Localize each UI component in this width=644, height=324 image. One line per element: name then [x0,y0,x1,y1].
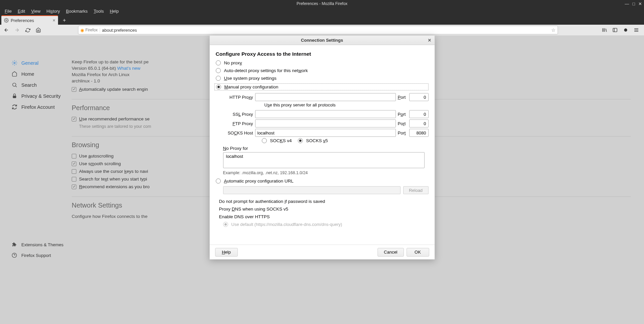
menu-edit[interactable]: Edit [15,8,28,14]
forward-button[interactable] [13,26,21,34]
port-label: Port [398,130,407,135]
radio-no-proxy[interactable]: No proxy [216,60,429,65]
tab-close-button[interactable]: × [53,18,55,23]
window-title: Preferences - Mozilla Firefox [296,1,348,6]
ftp-port-input[interactable] [409,119,429,127]
ssl-port-input[interactable] [409,110,429,118]
navigation-toolbar: ◉ Firefox about:preferences ☆ [0,25,644,35]
radio-doh-default: Use default (https://mozilla.cloudflare-… [223,222,429,227]
checkbox-proxy-dns[interactable]: Proxy DNS when using SOCKS v5 [216,207,429,212]
gear-icon [4,18,9,23]
radio-icon [216,84,221,89]
no-proxy-example: Example: .mozilla.org, .net.nz, 192.168.… [223,171,429,175]
radio-icon [223,222,228,227]
menu-help[interactable]: Help [107,8,121,14]
url-text: about:preferences [102,28,549,33]
checkbox-no-prompt-auth[interactable]: Do not prompt for authentication if pass… [216,199,429,204]
radio-icon [262,138,267,143]
radio-label: SOCKS v5 [306,138,328,143]
http-proxy-label: HTTP Proxy [223,95,253,100]
reload-button: Reload [403,186,429,194]
dialog-title: Connection Settings [301,38,343,43]
radio-use-system[interactable]: Use system proxy settings [216,76,429,81]
radio-icon [216,60,221,65]
url-bar[interactable]: ◉ Firefox about:preferences ☆ [78,26,558,34]
library-button[interactable] [600,26,609,34]
http-proxy-input[interactable] [255,93,396,101]
dialog-header: Connection Settings × [210,36,435,45]
tab-title: Preferences [11,18,34,23]
reload-button[interactable] [23,26,32,34]
ssl-proxy-input[interactable] [255,110,396,118]
radio-label: Manual proxy configuration [224,84,278,89]
radio-auto-detect[interactable]: Auto-detect proxy settings for this netw… [216,68,429,73]
checkbox-enable-doh[interactable]: Enable DNS over HTTPS [216,214,429,219]
sidebar-button[interactable] [611,26,619,34]
window-titlebar: Preferences - Mozilla Firefox — □ ✕ [0,0,644,7]
addon-button[interactable] [621,26,630,34]
checkbox-label: Use this proxy server for all protocols [264,102,336,107]
new-tab-button[interactable]: + [60,16,69,25]
socks-host-input[interactable] [255,129,396,137]
radio-icon [298,138,303,143]
menu-file[interactable]: File [2,8,14,14]
checkbox-label: Proxy DNS when using SOCKS v5 [219,207,288,212]
ok-button[interactable]: OK [407,248,429,257]
window-controls: — □ ✕ [625,1,642,6]
menu-history[interactable]: History [44,8,62,14]
http-port-input[interactable] [409,93,429,101]
dialog-heading: Configure Proxy Access to the Internet [216,51,429,57]
radio-icon [216,76,221,81]
dialog-close-button[interactable]: × [428,37,431,43]
menu-tools[interactable]: Tools [91,8,106,14]
back-button[interactable] [2,26,11,34]
ftp-proxy-label: FTP Proxy [223,121,253,126]
radio-icon [216,68,221,73]
cancel-button[interactable]: Cancel [378,248,404,257]
home-button[interactable] [34,26,43,34]
radio-label: Auto-detect proxy settings for this netw… [224,68,308,73]
identity-box[interactable]: ◉ Firefox [80,28,100,33]
radio-icon [216,179,221,184]
port-label: Port [398,95,407,100]
close-window-button[interactable]: ✕ [638,1,642,6]
radio-label: Use system proxy settings [224,76,277,81]
radio-pac-url[interactable]: Automatic proxy configuration URL [216,179,429,184]
menu-bar: File Edit View History Bookmarks Tools H… [0,7,644,15]
maximize-button[interactable]: □ [632,1,635,6]
bookmark-star-icon[interactable]: ☆ [551,27,556,33]
svg-rect-1 [613,28,617,32]
app-menu-button[interactable] [632,26,641,34]
radio-label: SOCKS v4 [270,138,292,143]
socks-port-input[interactable] [409,129,429,137]
proxy-config-grid: HTTP Proxy Port Use this proxy server fo… [223,93,429,143]
tab-preferences[interactable]: Preferences × [1,15,58,25]
checkbox-label: Enable DNS over HTTPS [219,214,270,219]
dialog-footer: Help Cancel OK [210,245,435,259]
ftp-proxy-input[interactable] [255,119,396,127]
radio-label: No proxy [224,60,242,65]
socks-host-label: SOCKS Host [223,130,253,135]
svg-point-0 [6,20,7,21]
help-button[interactable]: Help [215,248,238,257]
port-label: Port [398,112,407,117]
checkbox-label: Do not prompt for authentication if pass… [219,199,325,204]
radio-socks-v4[interactable]: SOCKS v4 [262,138,292,143]
menu-bookmarks[interactable]: Bookmarks [63,8,90,14]
radio-label: Use default (https://mozilla.cloudflare-… [231,222,342,227]
menu-view[interactable]: View [28,8,43,14]
pac-url-input [223,186,401,194]
minimize-button[interactable]: — [625,1,629,6]
port-label: Port [398,121,407,126]
radio-socks-v5[interactable]: SOCKS v5 [298,138,328,143]
svg-point-2 [624,28,627,31]
identity-label: Firefox [85,28,98,32]
tab-strip: Preferences × + [0,15,644,25]
checkbox-use-for-all[interactable]: Use this proxy server for all protocols [262,102,429,107]
ssl-proxy-label: SSL Proxy [223,112,253,117]
radio-manual-proxy[interactable]: Manual proxy configuration [214,83,429,90]
dialog-body: Configure Proxy Access to the Internet N… [210,45,435,245]
no-proxy-textarea[interactable]: localhost [223,152,425,168]
no-proxy-section: No Proxy for localhost Example: .mozilla… [216,146,429,175]
connection-settings-dialog: Connection Settings × Configure Proxy Ac… [209,35,435,260]
